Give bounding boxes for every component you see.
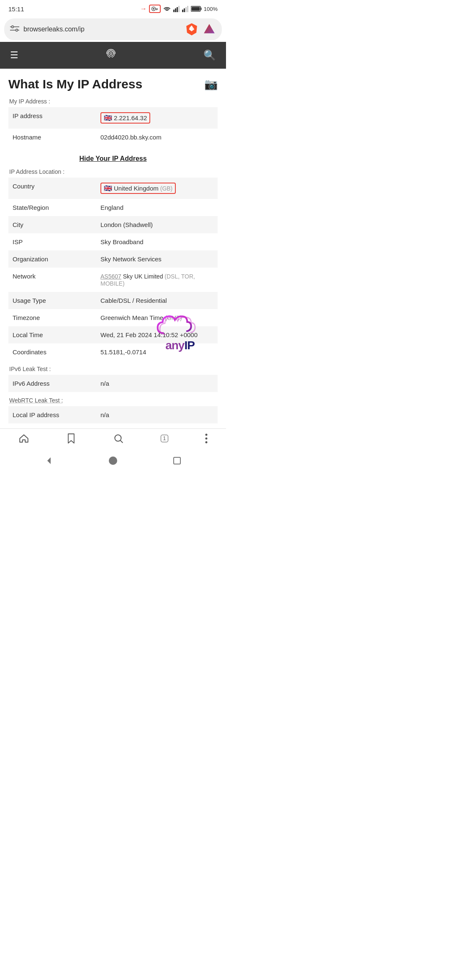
anyip-cloud-svg	[155, 309, 205, 338]
android-back[interactable]	[44, 456, 54, 466]
signal2-icon	[182, 5, 189, 12]
any-text: any	[165, 339, 184, 352]
svg-rect-5	[173, 10, 175, 12]
network-name: Sky UK Limited	[123, 273, 165, 280]
nav-more[interactable]	[205, 433, 208, 444]
status-bar: 15:11 →	[0, 0, 226, 17]
page-title-row: What Is My IP Address 📷	[8, 77, 218, 91]
svg-marker-25	[204, 24, 215, 33]
svg-rect-9	[182, 10, 183, 12]
svg-rect-12	[187, 6, 188, 12]
timezone-label: Timezone	[8, 309, 96, 326]
bottom-nav-bar: 1	[0, 428, 226, 450]
svg-rect-3	[157, 9, 158, 10]
table-row: Hostname 02dd4020.bb.sky.com	[8, 129, 218, 146]
svg-line-28	[121, 441, 123, 443]
local-time-label: Local Time	[8, 326, 96, 343]
ipv6-address-value: n/a	[96, 375, 218, 392]
country-label: Country	[8, 178, 96, 199]
hide-ip-row[interactable]: Hide Your IP Address	[8, 151, 218, 168]
table-row: IPv6 Address n/a	[8, 375, 218, 392]
table-row: Organization Sky Network Services	[8, 250, 218, 268]
table-row: IP address 🇬🇧 2.221.64.32	[8, 107, 218, 129]
svg-rect-11	[185, 7, 187, 12]
coordinates-label: Coordinates	[8, 343, 96, 361]
battery-icon	[191, 6, 202, 12]
asn-link[interactable]: AS5607	[100, 273, 121, 280]
state-label: State/Region	[8, 199, 96, 216]
search-icon-nav[interactable]: 🔍	[203, 49, 216, 61]
svg-point-31	[205, 441, 208, 444]
hamburger-icon[interactable]: ☰	[10, 51, 18, 60]
svg-point-30	[205, 438, 208, 440]
nav-bookmark[interactable]	[66, 433, 76, 444]
nav-tabs[interactable]: 1	[161, 435, 169, 442]
local-ip-label: Local IP address	[8, 406, 96, 423]
country-name: United Kingdom	[114, 185, 159, 192]
status-icons: →	[140, 5, 218, 13]
nav-bar: ☰ 🔍	[0, 42, 226, 69]
svg-rect-8	[178, 6, 180, 12]
svg-rect-10	[184, 8, 185, 12]
local-ip-value: n/a	[96, 406, 218, 423]
network-label: Network	[8, 268, 96, 292]
home-icon	[18, 433, 29, 444]
location-section-label: IP Address Location :	[8, 168, 218, 175]
camera-icon[interactable]: 📷	[204, 78, 218, 91]
hostname-label: Hostname	[8, 129, 96, 146]
svg-point-16	[12, 26, 14, 28]
svg-point-26	[110, 53, 112, 55]
table-row: Network AS5607 Sky UK Limited (DSL, TOR,…	[8, 268, 218, 292]
nav-search[interactable]	[113, 433, 124, 444]
hide-ip-link[interactable]: Hide Your IP Address	[79, 155, 146, 162]
svg-rect-6	[175, 8, 176, 12]
svg-rect-34	[174, 457, 180, 464]
android-home[interactable]	[108, 456, 118, 466]
back-icon	[44, 456, 54, 466]
svg-point-1	[153, 8, 154, 10]
hostname-value: 02dd4020.bb.sky.com	[96, 129, 218, 146]
table-row: City London (Shadwell)	[8, 216, 218, 233]
ip-brand-text: IP	[184, 339, 194, 352]
brave-logo	[185, 23, 198, 36]
home-circle-icon	[108, 456, 118, 466]
city-label: City	[8, 216, 96, 233]
filter-icon	[10, 25, 19, 34]
state-value: England	[96, 199, 218, 216]
nav-home[interactable]	[18, 433, 29, 444]
anyip-text: anyIP	[165, 339, 195, 352]
arrow-icon: →	[140, 5, 147, 13]
ip-highlight-cell: 🇬🇧 2.221.64.32	[100, 112, 150, 124]
svg-rect-4	[156, 9, 157, 10]
usage-type-label: Usage Type	[8, 292, 96, 309]
android-recents[interactable]	[172, 456, 182, 466]
uk-flag-ip: 🇬🇧	[104, 114, 112, 122]
bookmark-icon	[66, 433, 76, 444]
country-value: 🇬🇧 United Kingdom (GB)	[96, 178, 218, 199]
fingerprint-logo	[103, 45, 119, 62]
wifi-icon	[163, 5, 171, 12]
my-ip-table: IP address 🇬🇧 2.221.64.32 Hostname 02dd4…	[8, 107, 218, 146]
url-text: browserleaks.com/ip	[23, 26, 181, 33]
svg-rect-2	[155, 8, 158, 9]
network-value: AS5607 Sky UK Limited (DSL, TOR, MOBILE)	[96, 268, 218, 292]
sliders-icon	[10, 25, 19, 32]
svg-point-33	[109, 456, 117, 465]
more-icon	[205, 433, 208, 444]
isp-label: ISP	[8, 233, 96, 250]
ip-address-label: IP address	[8, 107, 96, 129]
anyip-logo: anyIP	[146, 309, 213, 352]
tab-count-badge: 1	[161, 435, 169, 442]
table-row: State/Region England	[8, 199, 218, 216]
svg-point-19	[16, 29, 18, 31]
svg-marker-32	[47, 457, 51, 464]
page-content: What Is My IP Address 📷 My IP Address : …	[0, 69, 226, 423]
search-icon	[113, 433, 124, 444]
table-row: ISP Sky Broadband	[8, 233, 218, 250]
url-bar[interactable]: browserleaks.com/ip	[4, 18, 222, 40]
org-label: Organization	[8, 250, 96, 268]
fingerprint-icon	[103, 45, 119, 65]
key-icon-box	[149, 5, 161, 13]
svg-rect-7	[177, 7, 178, 12]
svg-point-29	[205, 434, 208, 436]
